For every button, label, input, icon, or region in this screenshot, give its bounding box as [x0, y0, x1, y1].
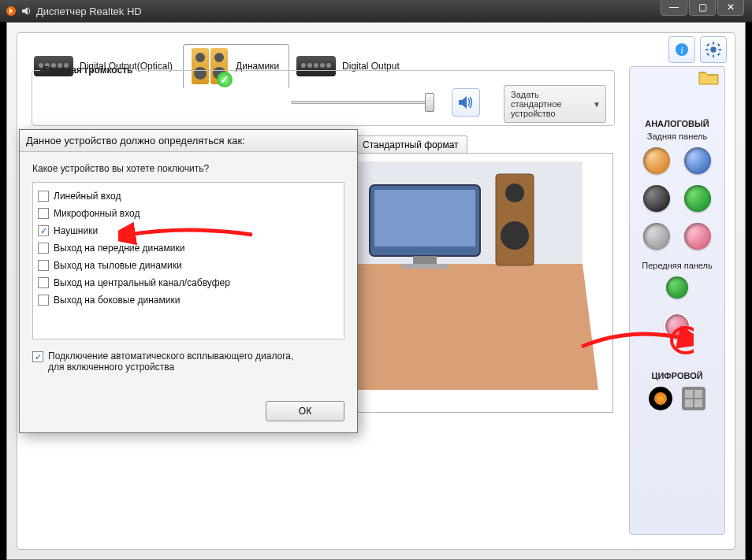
jack-green[interactable] — [684, 185, 711, 212]
option-rear-speakers[interactable]: Выход на тыловые динамики — [38, 257, 339, 274]
folder-icon[interactable] — [698, 69, 720, 88]
front-jacks — [635, 276, 720, 339]
set-default-device-button[interactable]: Задать стандартное устройство ▼ — [504, 85, 606, 123]
mute-button[interactable] — [452, 88, 480, 117]
jack-front-pink[interactable] — [664, 313, 691, 339]
main-volume-label: Главная громкость — [40, 65, 136, 76]
svg-rect-5 — [713, 54, 714, 57]
option-center-sub[interactable]: Выход на центральный канал/сабвуфер — [38, 274, 339, 291]
option-label: Выход на боковые динамики — [54, 295, 180, 306]
svg-point-3 — [710, 46, 716, 52]
svg-rect-7 — [718, 49, 721, 50]
jack-orange[interactable] — [643, 147, 670, 174]
jack-spdif-optical[interactable] — [682, 387, 705, 410]
checkbox[interactable] — [38, 260, 49, 271]
settings-button[interactable] — [700, 36, 727, 63]
svg-rect-6 — [705, 49, 709, 50]
checkbox[interactable] — [38, 295, 49, 306]
svg-rect-10 — [706, 53, 709, 56]
tab-config-label: Стандартный формат — [363, 139, 459, 150]
option-label: Выход на тыловые динамики — [54, 260, 182, 271]
rear-panel-label: Задняя панель — [635, 132, 720, 141]
analog-title: АНАЛОГОВЫЙ — [635, 119, 720, 128]
option-line-in[interactable]: Линейный вход — [38, 187, 339, 205]
rear-jacks — [635, 147, 720, 250]
jack-front-green[interactable] — [666, 276, 688, 299]
front-panel-label: Передняя панель — [635, 261, 720, 270]
maximize-button[interactable]: ▢ — [689, 0, 716, 16]
option-label: Наушники — [54, 225, 98, 236]
svg-rect-4 — [713, 42, 714, 45]
digital-title: ЦИФРОВОЙ — [635, 371, 720, 380]
ok-button[interactable]: ОК — [266, 401, 344, 421]
chevron-down-icon: ▼ — [593, 100, 601, 109]
jack-black[interactable] — [643, 185, 670, 212]
svg-text:i: i — [680, 44, 683, 56]
option-label: Выход на центральный канал/сабвуфер — [54, 277, 230, 288]
dialog-title: Данное устройство должно определяться ка… — [20, 130, 357, 152]
jack-blue[interactable] — [684, 147, 711, 174]
checkbox[interactable] — [38, 191, 49, 202]
checkbox[interactable] — [38, 277, 49, 288]
option-label: Микрофонный вход — [54, 208, 140, 219]
option-headphones[interactable]: ✓Наушники — [38, 222, 339, 239]
svg-rect-9 — [717, 53, 720, 56]
default-button-label: Задать стандартное устройство — [511, 90, 561, 118]
titlebar: Диспетчер Realtek HD — ▢ ✕ — [0, 0, 752, 22]
svg-rect-11 — [717, 43, 720, 46]
jack-pink[interactable] — [684, 223, 711, 250]
dialog-option-list: Линейный вход Микрофонный вход ✓Наушники… — [32, 182, 344, 339]
device-detect-dialog: Данное устройство должно определяться ка… — [19, 129, 358, 433]
option-label: Выход на передние динамики — [54, 243, 184, 254]
digital-jacks — [635, 387, 720, 410]
ok-label: ОК — [299, 406, 311, 417]
svg-rect-17 — [413, 256, 437, 264]
minimize-button[interactable]: — — [661, 0, 687, 16]
option-front-speakers[interactable]: Выход на передние динамики — [38, 239, 339, 257]
svg-point-20 — [505, 184, 524, 202]
jack-spdif-coax[interactable] — [649, 387, 672, 410]
info-button[interactable]: i — [668, 36, 695, 63]
svg-rect-18 — [401, 264, 449, 269]
option-label: Линейный вход — [54, 191, 121, 202]
dialog-question: Какое устройство вы хотете поключить? — [32, 163, 344, 174]
checkbox-checked[interactable]: ✓ — [38, 225, 49, 236]
titlebar-icon — [5, 5, 32, 17]
checkbox[interactable] — [38, 243, 49, 254]
close-button[interactable]: ✕ — [717, 0, 744, 16]
option-mic-in[interactable]: Микрофонный вход — [38, 205, 339, 222]
side-panel: АНАЛОГОВЫЙ Задняя панель Передняя панель… — [629, 66, 725, 535]
auto-popup-option[interactable]: ✓ Подключение автоматического всплывающе… — [32, 350, 344, 373]
jack-grey[interactable] — [643, 223, 670, 250]
tab-standard-format[interactable]: Стандартный формат — [354, 135, 467, 154]
main-volume-group: Главная громкость Задать стандартное уст… — [32, 65, 615, 126]
volume-slider[interactable] — [291, 93, 433, 112]
window-title: Диспетчер Realtek HD — [36, 6, 142, 17]
auto-popup-label: Подключение автоматического всплывающего… — [48, 350, 300, 373]
checkbox[interactable] — [38, 208, 49, 219]
option-side-speakers[interactable]: Выход на боковые динамики — [38, 291, 339, 309]
svg-rect-8 — [706, 43, 709, 46]
svg-rect-16 — [374, 190, 475, 247]
dialog-body: Какое устройство вы хотете поключить? Ли… — [20, 152, 357, 384]
svg-point-21 — [501, 221, 529, 250]
window-buttons: — ▢ ✕ — [661, 0, 744, 16]
checkbox-checked[interactable]: ✓ — [32, 351, 43, 362]
